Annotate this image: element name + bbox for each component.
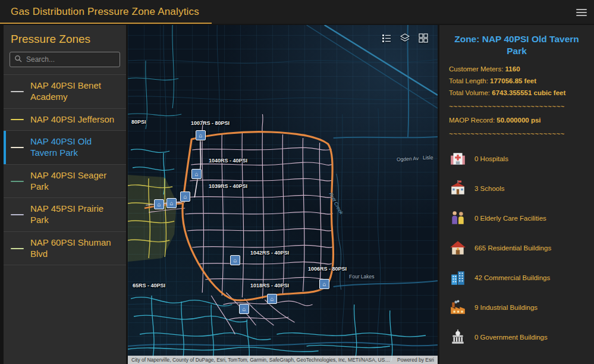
residential-icon	[449, 239, 467, 257]
sidebar-title: Pressure Zones	[4, 25, 126, 51]
app-title: Gas Distribution Pressure Zone Analytics	[0, 6, 199, 18]
zone-item-label: NAP 40PSI Jefferson	[30, 114, 114, 125]
zone-line-swatch	[11, 248, 24, 249]
map-place-label: Four Lakes	[349, 274, 375, 280]
zone-item-shuman-blvd[interactable]: NAP 60PSI Shuman Blvd	[4, 232, 126, 266]
zone-item-seager-park[interactable]: NAP 40PSI Seager Park	[4, 165, 126, 199]
title-underline	[0, 23, 212, 24]
map-zone-label: 1007RS - 80PSI	[191, 120, 230, 126]
industrial-icon	[449, 299, 467, 316]
pressure-zones-sidebar: Pressure Zones NAP 40PSI Benet Academy N…	[4, 25, 126, 364]
zone-list: NAP 40PSI Benet Academy NAP 40PSI Jeffer…	[4, 74, 126, 265]
map-zone-label: 65RS - 40PSI	[133, 283, 165, 288]
map-features	[128, 25, 438, 364]
house-marker[interactable]: ⌂	[154, 199, 164, 209]
house-marker[interactable]: ⌂	[319, 279, 329, 289]
zone-line-swatch	[11, 214, 24, 215]
legend-icon[interactable]	[381, 32, 392, 44]
layers-icon[interactable]	[399, 32, 411, 44]
map-canvas[interactable]: 80PSI 1007RS - 80PSI 1040RS - 40PSI 1039…	[128, 25, 438, 364]
zone-line-swatch	[11, 91, 24, 92]
search-icon	[14, 55, 22, 62]
house-marker[interactable]: ⌂	[267, 294, 277, 304]
tilde-divider: ~~~~~~~~~~~~~~~~~~~~~~~~~~~	[449, 103, 584, 110]
zone-item-label: NAP 45PSI Prairie Park	[30, 203, 120, 226]
stat-total-volume: Total Volume: 6743.355551 cubic feet	[449, 89, 584, 96]
government-icon	[449, 328, 467, 346]
facility-label: 3 Schools	[474, 185, 505, 192]
hamburger-menu-icon[interactable]	[576, 7, 587, 18]
map-zone-label: 1040RS - 40PSI	[209, 158, 247, 164]
zone-details-title: Zone: NAP 40PSI Old Tavern Park	[452, 33, 581, 57]
zone-item-label: NAP 40PSI Benet Academy	[30, 80, 120, 103]
powered-by-esri: Powered by Esri	[397, 357, 434, 363]
map-zone-label: 1039RS - 40PSI	[209, 183, 247, 189]
map-zone-label: 1042RS - 40PSI	[250, 250, 289, 256]
zone-item-old-tavern-park[interactable]: NAP 40PSI Old Tavern Park	[4, 131, 126, 165]
facility-row-industrial: 9 Industrial Buildings	[449, 293, 584, 322]
zone-item-label: NAP 40PSI Old Tavern Park	[30, 136, 120, 159]
zone-line-swatch	[11, 119, 24, 120]
facility-row-residential: 665 Residential Buildings	[449, 233, 584, 263]
app-window: Gas Distribution Pressure Zone Analytics…	[0, 0, 594, 364]
stat-total-length: Total Length: 177056.85 feet	[449, 77, 584, 84]
map-road-label: Ogden Av	[397, 155, 419, 162]
map-attribution: City of Naperville, County of DuPage, Es…	[128, 356, 438, 364]
zone-item-label: NAP 40PSI Seager Park	[30, 170, 120, 193]
house-marker[interactable]: ⌂	[196, 130, 206, 140]
facility-label: 0 Government Buildings	[474, 334, 548, 341]
stat-customer-meters: Customer Meters: 1160	[449, 65, 584, 73]
map-place-label: Lisle	[423, 155, 433, 161]
facility-row-schools: 3 Schools	[449, 174, 584, 203]
elderly-care-icon	[449, 209, 467, 227]
zone-details-panel: Zone: NAP 40PSI Old Tavern Park Customer…	[439, 25, 594, 364]
house-marker[interactable]: ⌂	[230, 255, 240, 265]
facility-label: 42 Commercial Buildings	[474, 274, 550, 281]
app-header: Gas Distribution Pressure Zone Analytics	[0, 0, 594, 24]
map-zone-label: 1006RS - 80PSI	[308, 266, 347, 272]
search-input[interactable]	[10, 52, 120, 67]
zone-line-swatch	[11, 147, 24, 148]
zone-item-jefferson[interactable]: NAP 40PSI Jefferson	[4, 109, 126, 131]
zone-line-swatch	[11, 181, 24, 182]
zone-item-label: NAP 60PSI Shuman Blvd	[30, 237, 120, 260]
facility-row-government: 0 Government Buildings	[449, 322, 584, 352]
attribution-text: City of Naperville, County of DuPage, Es…	[131, 357, 391, 363]
commercial-icon	[449, 269, 467, 287]
facility-row-commercial: 42 Commercial Buildings	[449, 263, 584, 293]
house-marker[interactable]: ⌂	[191, 169, 202, 179]
house-marker[interactable]: ⌂	[180, 192, 190, 202]
map-toolbar	[381, 32, 429, 44]
zone-item-prairie-park[interactable]: NAP 45PSI Prairie Park	[4, 198, 126, 232]
facility-label: 9 Industrial Buildings	[474, 304, 538, 311]
facility-row-elderly-care: 0 Elderly Care Facilities	[449, 203, 584, 233]
zone-item-benet-academy[interactable]: NAP 40PSI Benet Academy	[4, 75, 126, 109]
tilde-divider: ~~~~~~~~~~~~~~~~~~~~~~~~~~~	[449, 130, 584, 137]
map-zone-label: 1018RS - 40PSI	[250, 283, 289, 288]
zone-boundary	[183, 132, 334, 300]
facility-label: 0 Elderly Care Facilities	[474, 215, 546, 222]
zone-search	[10, 52, 120, 67]
basemap-icon[interactable]	[417, 32, 429, 44]
house-marker[interactable]: ⌂	[166, 198, 177, 208]
map-zone-label: 80PSI	[131, 119, 146, 125]
house-marker[interactable]: ⌂	[239, 304, 249, 314]
hospital-icon	[449, 150, 467, 168]
school-icon	[449, 180, 467, 197]
facility-row-hospitals: 0 Hospitals	[449, 144, 584, 174]
stat-maop-record: MAOP Record: 50.000000 psi	[449, 117, 584, 124]
facility-label: 665 Residential Buildings	[474, 244, 551, 252]
facility-label: 0 Hospitals	[474, 155, 508, 162]
